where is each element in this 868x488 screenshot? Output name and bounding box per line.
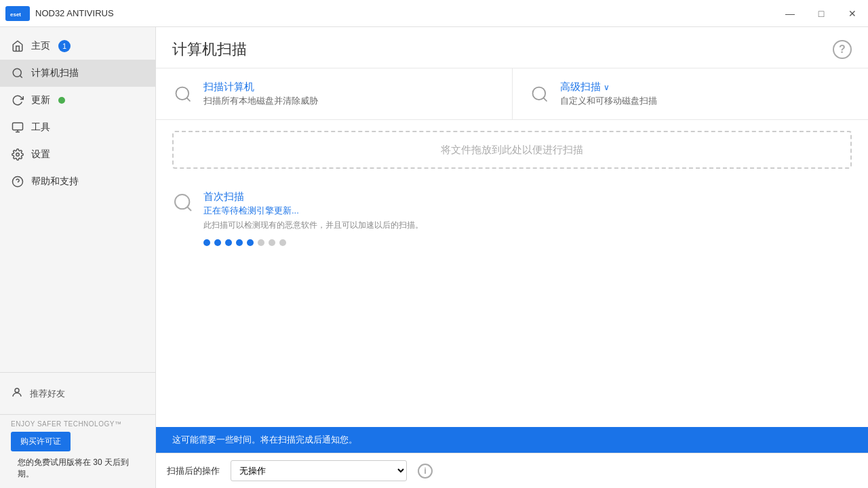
advanced-scan-subtitle: 自定义和可移动磁盘扫描 [560, 95, 657, 107]
sidebar: 主页 1 计算机扫描 更新 [0, 27, 156, 488]
dot-3 [225, 239, 232, 246]
progress-dots [203, 239, 852, 246]
sidebar-footer: ENJOY SAFER TECHNOLOGY™ 购买许可证 您的免费试用版将在 … [0, 414, 155, 488]
trial-notice: 您的免费试用版将在 30 天后到期。 [18, 457, 144, 480]
sidebar-label-update: 更新 [31, 94, 50, 106]
titlebar-controls: — □ ✕ [774, 0, 868, 27]
scan-status-title: 首次扫描 [203, 190, 423, 203]
dot-5 [247, 239, 254, 246]
scan-options: 扫描计算机 扫描所有本地磁盘并清除威胁 高级扫描 ∨ 自定义和可移动磁盘 [156, 68, 868, 120]
notification-text: 这可能需要一些时间。将在扫描完成后通知您。 [172, 434, 357, 445]
page-title: 计算机扫描 [172, 39, 247, 60]
tools-icon [11, 121, 24, 134]
drop-zone-text: 将文件拖放到此处以便进行扫描 [441, 144, 583, 157]
sidebar-label-help: 帮助和支持 [31, 176, 79, 188]
sidebar-item-update[interactable]: 更新 [0, 87, 155, 114]
chevron-down-icon: ∨ [604, 83, 610, 92]
update-icon [11, 94, 24, 107]
titlebar-app-name: NOD32 ANTIVIRUS [35, 8, 114, 18]
scan-status-detail: 此扫描可以检测现有的恶意软件，并且可以加速以后的扫描。 [203, 220, 423, 231]
sidebar-label-tools: 工具 [31, 121, 50, 134]
sidebar-label-home: 主页 [31, 40, 50, 52]
home-icon [11, 39, 24, 53]
svg-line-12 [186, 98, 190, 101]
svg-line-14 [543, 98, 547, 101]
help-icon [11, 175, 24, 188]
minimize-button[interactable]: — [774, 0, 806, 27]
advanced-scan-option[interactable]: 高级扫描 ∨ 自定义和可移动磁盘扫描 [513, 68, 869, 119]
settings-icon [11, 148, 24, 161]
svg-point-13 [532, 87, 545, 100]
computer-scan-icon [11, 66, 24, 80]
after-scan-label: 扫描后的操作 [167, 465, 220, 477]
scan-status-info: 首次扫描 正在等待检测引擎更新... 此扫描可以检测现有的恶意软件，并且可以加速… [203, 190, 423, 231]
titlebar: eset NOD32 ANTIVIRUS — □ ✕ [0, 0, 868, 27]
scan-computer-subtitle: 扫描所有本地磁盘并清除威胁 [203, 95, 318, 107]
svg-text:eset: eset [10, 12, 21, 18]
update-status-dot [58, 97, 65, 104]
refer-friend-button[interactable]: 推荐好友 [11, 381, 144, 406]
svg-line-16 [187, 207, 191, 211]
scan-status-subtitle: 正在等待检测引擎更新... [203, 205, 423, 217]
refer-friend-label: 推荐好友 [30, 388, 65, 400]
svg-point-7 [16, 153, 20, 157]
svg-rect-4 [13, 123, 23, 130]
scan-status-icon [172, 192, 194, 214]
sidebar-label-computer-scan: 计算机扫描 [31, 67, 79, 79]
scan-status-section: 首次扫描 正在等待检测引擎更新... 此扫描可以检测现有的恶意软件，并且可以加速… [172, 180, 852, 257]
sidebar-nav: 主页 1 计算机扫描 更新 [0, 27, 155, 205]
scan-computer-title: 扫描计算机 [203, 81, 318, 94]
svg-point-10 [15, 388, 19, 392]
after-scan-select[interactable]: 无操作 [231, 460, 407, 481]
dot-2 [214, 239, 221, 246]
svg-point-11 [176, 87, 189, 100]
info-circle-icon[interactable]: i [418, 464, 433, 479]
titlebar-left: eset NOD32 ANTIVIRUS [5, 6, 114, 21]
svg-point-15 [175, 195, 189, 209]
dot-7 [269, 239, 275, 246]
dot-8 [279, 239, 286, 246]
help-circle-icon[interactable]: ? [833, 40, 852, 59]
advanced-scan-title-row: 高级扫描 ∨ [560, 81, 657, 94]
close-button[interactable]: ✕ [837, 0, 868, 27]
sidebar-item-tools[interactable]: 工具 [0, 114, 155, 141]
content-area: 计算机扫描 ? 扫描计算机 扫描所有本地磁盘并清除威胁 [156, 27, 868, 488]
eset-logo: eset [5, 6, 30, 21]
svg-point-2 [13, 68, 21, 77]
svg-line-3 [20, 75, 22, 77]
enjoy-text: ENJOY SAFER TECHNOLOGY™ [11, 420, 144, 428]
maximize-button[interactable]: □ [806, 0, 837, 27]
content-header: 计算机扫描 ? [156, 27, 868, 68]
sidebar-item-home[interactable]: 主页 1 [0, 33, 155, 60]
home-badge: 1 [58, 40, 71, 52]
main-layout: 主页 1 计算机扫描 更新 [0, 27, 868, 488]
scan-computer-option[interactable]: 扫描计算机 扫描所有本地磁盘并清除威胁 [156, 68, 513, 119]
dot-1 [203, 239, 210, 246]
advanced-scan-icon [529, 83, 551, 105]
sidebar-item-help[interactable]: 帮助和支持 [0, 168, 155, 195]
dot-6 [258, 239, 264, 246]
scan-status-row: 首次扫描 正在等待检测引擎更新... 此扫描可以检测现有的恶意软件，并且可以加速… [172, 190, 852, 231]
refer-icon [11, 386, 23, 401]
dot-4 [236, 239, 243, 246]
bottom-bar: 扫描后的操作 无操作 i [156, 453, 868, 488]
scan-computer-text: 扫描计算机 扫描所有本地磁盘并清除威胁 [203, 81, 318, 107]
drop-zone[interactable]: 将文件拖放到此处以便进行扫描 [172, 131, 852, 169]
sidebar-label-settings: 设置 [31, 148, 50, 161]
sidebar-item-settings[interactable]: 设置 [0, 141, 155, 168]
buy-license-button[interactable]: 购买许可证 [11, 432, 71, 451]
scan-computer-icon [172, 83, 194, 105]
sidebar-refer-section: 推荐好友 [0, 372, 155, 414]
advanced-scan-text: 高级扫描 ∨ 自定义和可移动磁盘扫描 [560, 81, 657, 107]
bottom-notification: 这可能需要一些时间。将在扫描完成后通知您。 [156, 427, 868, 453]
sidebar-item-computer-scan[interactable]: 计算机扫描 [0, 60, 155, 87]
advanced-scan-title-label: 高级扫描 [560, 81, 601, 94]
